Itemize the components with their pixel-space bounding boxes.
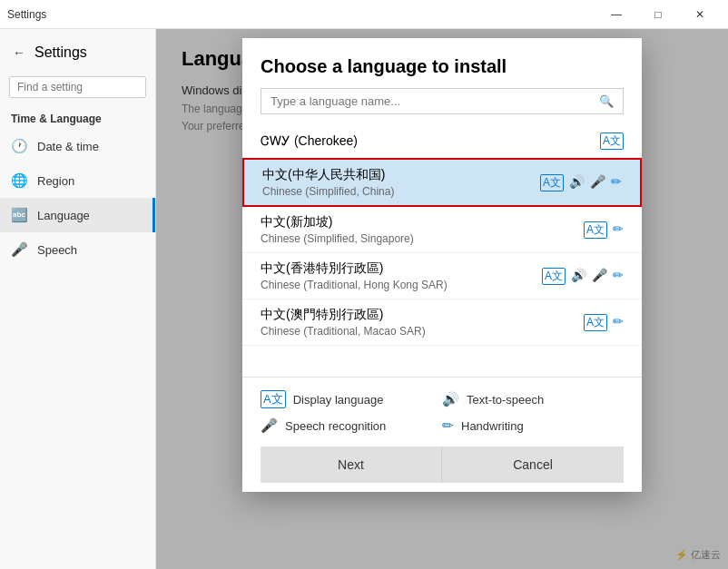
- lang-item-zh-cn[interactable]: 中文(中华人民共和国) Chinese (Simplified, China) …: [242, 158, 642, 207]
- speech-icon: 🎤: [11, 241, 28, 258]
- sidebar-app-title: Settings: [34, 44, 87, 61]
- sidebar-section-label: Time & Language: [0, 105, 155, 129]
- handwriting-icon: ✏: [613, 268, 624, 285]
- feature-section: A文 Display language 🔊 Text-to-speech 🎤 S…: [242, 377, 642, 492]
- feature-tts-icon: 🔊: [442, 391, 459, 407]
- lang-item-zh-sg[interactable]: 中文(新加坡) Chinese (Simplified, Singapore) …: [242, 207, 642, 253]
- feature-grid: A文 Display language 🔊 Text-to-speech 🎤 S…: [261, 390, 624, 434]
- sidebar-item-region[interactable]: 🌐 Region: [0, 163, 155, 198]
- feature-label: Handwriting: [461, 419, 524, 433]
- lang-item-icons: A文✏: [584, 221, 624, 239]
- display-lang-icon: A文: [584, 314, 607, 331]
- cancel-button[interactable]: Cancel: [442, 446, 624, 483]
- lang-name: 中文(香港特別行政區): [261, 260, 448, 277]
- feature-label: Text-to-speech: [467, 393, 544, 407]
- handwriting-icon: ✏: [613, 221, 624, 239]
- lang-sub: Chinese (Simplified, Singapore): [261, 232, 414, 245]
- region-icon: 🌐: [11, 172, 28, 189]
- feature-label: Speech recognition: [285, 419, 386, 433]
- display-lang-icon: A文: [584, 221, 607, 239]
- sidebar: ← Settings Time & Language 🕐 Date & time…: [0, 29, 156, 569]
- app-body: ← Settings Time & Language 🕐 Date & time…: [0, 29, 728, 569]
- dialog-buttons: Next Cancel: [261, 446, 624, 483]
- search-box: 🔍: [261, 88, 624, 114]
- feature-speech-icon: 🎤: [261, 417, 278, 434]
- lang-item-zh-hk[interactable]: 中文(香港特別行政區) Chinese (Traditional, Hong K…: [242, 253, 642, 299]
- sidebar-item-language[interactable]: 🔤 Language: [0, 198, 155, 232]
- sidebar-item-label: Speech: [37, 243, 77, 257]
- sidebar-item-date-time[interactable]: 🕐 Date & time: [0, 129, 155, 163]
- dialog-overlay: Choose a language to install 🔍 ᏣᎳᎩ (Cher…: [156, 29, 728, 569]
- sidebar-search-input[interactable]: [9, 76, 146, 98]
- feature-item-text-to-speech: 🔊 Text-to-speech: [442, 390, 624, 408]
- lang-sub: Chinese (Traditional, Macao SAR): [261, 325, 426, 338]
- main-content: Language Windows display language The la…: [156, 29, 728, 569]
- tts-icon: 🔊: [571, 268, 586, 285]
- back-button[interactable]: ←: [11, 44, 27, 62]
- sidebar-item-label: Language: [37, 209, 90, 222]
- next-button[interactable]: Next: [261, 446, 442, 483]
- window-title-bar: Settings: [7, 8, 46, 21]
- feature-display-icon: A文: [261, 390, 286, 408]
- feature-item-display-language: A文 Display language: [261, 390, 442, 408]
- sidebar-nav-list: 🕐 Date & time 🌐 Region 🔤 Language 🎤 Spee…: [0, 129, 155, 267]
- feature-item-handwriting: ✏ Handwriting: [442, 417, 624, 434]
- display-lang-icon: A文: [540, 174, 564, 191]
- lang-sub: Chinese (Traditional, Hong Kong SAR): [261, 279, 448, 291]
- handwriting-icon: ✏: [613, 314, 624, 331]
- date-time-icon: 🕐: [11, 138, 28, 154]
- lang-item-icons: A文: [600, 132, 624, 150]
- lang-name: 中文(中华人民共和国): [262, 167, 394, 183]
- display-lang-icon: A文: [542, 268, 566, 285]
- language-list: ᏣᎳᎩ (Cherokee) A文 中文(中华人民共和国) Chinese (S…: [242, 125, 642, 377]
- tts-icon: 🔊: [569, 174, 585, 191]
- sidebar-item-label: Date & time: [37, 140, 99, 153]
- dialog-title: Choose a language to install: [242, 38, 642, 88]
- language-dialog: Choose a language to install 🔍 ᏣᎳᎩ (Cher…: [242, 38, 642, 492]
- lang-name: 中文(澳門特別行政區): [261, 307, 426, 323]
- window-title-label: Settings: [7, 8, 46, 21]
- lang-item-cwy[interactable]: ᏣᎳᎩ (Cherokee) A文: [242, 125, 642, 158]
- display-lang-icon: A文: [600, 132, 624, 150]
- feature-item-speech-recognition: 🎤 Speech recognition: [261, 417, 442, 434]
- lang-sub: Chinese (Simplified, China): [262, 185, 394, 198]
- speech-icon: 🎤: [592, 268, 607, 285]
- lang-item-zh-mo[interactable]: 中文(澳門特別行政區) Chinese (Traditional, Macao …: [242, 299, 642, 346]
- sidebar-header: ← Settings: [0, 33, 155, 73]
- lang-item-text: 中文(澳門特別行政區) Chinese (Traditional, Macao …: [261, 307, 426, 338]
- window-controls: — □ ✕: [595, 0, 721, 29]
- sidebar-item-label: Region: [37, 174, 74, 188]
- lang-item-text: 中文(香港特別行政區) Chinese (Traditional, Hong K…: [261, 260, 448, 291]
- sidebar-item-speech[interactable]: 🎤 Speech: [0, 232, 155, 267]
- lang-item-icons: A文✏: [584, 314, 624, 331]
- lang-item-text: 中文(中华人民共和国) Chinese (Simplified, China): [262, 167, 394, 198]
- lang-item-text: 中文(新加坡) Chinese (Simplified, Singapore): [261, 214, 414, 245]
- language-icon: 🔤: [11, 207, 28, 223]
- feature-label: Display language: [293, 393, 384, 407]
- feature-handwriting-icon: ✏: [442, 417, 454, 434]
- language-search-input[interactable]: [271, 94, 599, 108]
- lang-item-icons: A文🔊🎤✏: [540, 174, 622, 191]
- minimize-button[interactable]: —: [595, 0, 637, 29]
- maximize-button[interactable]: □: [637, 0, 679, 29]
- handwriting-icon: ✏: [611, 174, 622, 191]
- speech-icon: 🎤: [590, 174, 605, 191]
- lang-name: ᏣᎳᎩ (Cherokee): [261, 133, 358, 149]
- close-button[interactable]: ✕: [679, 0, 721, 29]
- lang-name: 中文(新加坡): [261, 214, 414, 231]
- window-chrome: Settings — □ ✕: [0, 0, 728, 29]
- lang-item-icons: A文🔊🎤✏: [542, 268, 624, 285]
- search-icon: 🔍: [599, 94, 614, 108]
- lang-item-text: ᏣᎳᎩ (Cherokee): [261, 133, 358, 149]
